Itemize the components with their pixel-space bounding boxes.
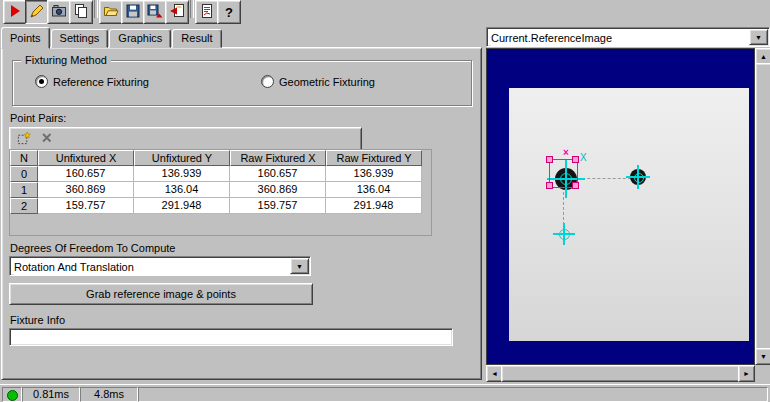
help-button[interactable]: ? (217, 0, 241, 24)
column-header[interactable]: Unfixtured Y (134, 150, 230, 166)
status-time-1: 0.81ms (22, 387, 80, 402)
horizontal-scroll-thumb[interactable] (501, 365, 742, 382)
table-cell[interactable]: 360.869 (38, 182, 134, 198)
open-button[interactable] (99, 0, 123, 24)
column-header[interactable]: Unfixtured X (38, 150, 134, 166)
delete-point-pair-button[interactable] (37, 130, 57, 148)
floppy-arrow-icon (147, 3, 163, 21)
table-cell[interactable]: 159.757 (230, 198, 326, 214)
image-source-select[interactable]: Current.ReferenceImage ▼ (486, 27, 770, 47)
chevron-down-icon[interactable]: ▼ (290, 258, 309, 274)
run-button[interactable] (3, 0, 27, 24)
edit-button[interactable] (25, 0, 49, 24)
fixturing-method-label: Fixturing Method (21, 54, 111, 66)
report-button[interactable] (195, 0, 219, 24)
save-button[interactable] (121, 0, 145, 24)
dashed-guide-line (577, 178, 631, 179)
axis-x-label: X (580, 152, 587, 163)
table-cell[interactable]: 360.869 (230, 182, 326, 198)
tab-settings[interactable]: Settings (51, 29, 109, 48)
status-bar: 0.81ms 4.8ms (0, 384, 770, 402)
scrollbar-corner (755, 365, 770, 380)
table-header-row: N Unfixtured X Unfixtured Y Raw Fixtured… (10, 150, 431, 166)
table-row[interactable]: 0 160.657 136.939 160.657 136.939 (10, 166, 431, 182)
points-tab-page: Fixturing Method Reference Fixturing Geo… (1, 47, 482, 380)
fixture-info-input[interactable] (9, 328, 453, 346)
scroll-down-icon[interactable]: ▼ (755, 348, 770, 365)
import-button[interactable] (165, 0, 189, 24)
floppy-icon (125, 3, 141, 21)
save-image-button[interactable] (143, 0, 167, 24)
radio-button-icon[interactable] (35, 75, 48, 88)
table-cell[interactable]: 291.948 (134, 198, 230, 214)
radio-button-icon[interactable] (261, 75, 274, 88)
image-viewport[interactable]: × X (486, 48, 755, 365)
column-header[interactable]: Raw Fixtured Y (326, 150, 422, 166)
selection-handle[interactable] (546, 182, 553, 189)
grab-reference-button-label: Grab reference image & points (86, 288, 236, 300)
copy-icon (73, 3, 89, 21)
new-point-pair-button[interactable] (13, 130, 33, 148)
open-folder-icon (103, 3, 119, 21)
column-header[interactable]: N (10, 150, 38, 166)
fixture-info-label: Fixture Info (10, 314, 65, 326)
scroll-right-icon[interactable]: ► (738, 365, 755, 382)
chevron-down-icon[interactable]: ▼ (749, 29, 768, 45)
selection-handle[interactable] (572, 156, 579, 163)
image-source-value: Current.ReferenceImage (491, 30, 749, 46)
geometric-fixturing-option[interactable]: Geometric Fixturing (261, 75, 375, 88)
table-row[interactable]: 2 159.757 291.948 159.757 291.948 (10, 198, 431, 214)
tab-graphics[interactable]: Graphics (109, 29, 171, 48)
vertical-scroll-thumb[interactable] (755, 63, 770, 352)
toolbar-separator (190, 0, 194, 18)
status-green-led-icon (7, 390, 18, 401)
grab-reference-button[interactable]: Grab reference image & points (9, 283, 313, 305)
copy-button[interactable] (69, 0, 93, 24)
table-cell[interactable]: 136.939 (326, 166, 422, 182)
reference-fixturing-label: Reference Fixturing (53, 76, 149, 88)
status-spacer-panel (138, 387, 768, 402)
point-pairs-label: Point Pairs: (10, 112, 66, 124)
crosshair-ring (634, 173, 644, 183)
table-row[interactable]: 1 360.869 136.04 360.869 136.04 (10, 182, 431, 198)
tab-bar: Points Settings Graphics Result (1, 27, 223, 48)
application-window: ? Points Settings Graphics Result Fixtur… (0, 0, 770, 402)
report-page-icon (199, 3, 215, 21)
fixturing-method-group: Fixturing Method Reference Fixturing Geo… (12, 60, 472, 106)
status-time-2: 4.8ms (80, 387, 138, 402)
crosshair-ring (559, 229, 570, 240)
camera-icon (51, 3, 67, 21)
selection-handle[interactable] (546, 156, 553, 163)
main-toolbar: ? (0, 0, 770, 27)
toolbar-separator (94, 0, 98, 18)
run-icon (7, 3, 23, 21)
import-arrow-icon (169, 3, 185, 21)
table-cell[interactable]: 136.04 (326, 182, 422, 198)
degrees-of-freedom-value: Rotation And Translation (14, 259, 290, 275)
table-cell[interactable]: 159.757 (38, 198, 134, 214)
camera-button[interactable] (47, 0, 71, 24)
table-cell[interactable]: 136.04 (134, 182, 230, 198)
pencil-icon (29, 3, 45, 21)
new-item-icon (16, 131, 31, 148)
selection-mark: × (563, 147, 569, 158)
status-indicator-panel (2, 387, 22, 402)
vertical-scrollbar[interactable]: ▲ ▼ (755, 48, 770, 365)
row-header: 0 (10, 166, 38, 182)
tab-result[interactable]: Result (172, 29, 221, 48)
tab-points[interactable]: Points (1, 27, 50, 49)
table-cell[interactable]: 291.948 (326, 198, 422, 214)
horizontal-scrollbar[interactable]: ◄ ► (486, 365, 755, 380)
column-header[interactable]: Raw Fixtured X (230, 150, 326, 166)
table-cell[interactable]: 160.657 (230, 166, 326, 182)
reference-image[interactable]: × X (509, 88, 749, 341)
degrees-of-freedom-select[interactable]: Rotation And Translation ▼ (9, 256, 311, 276)
reference-fixturing-option[interactable]: Reference Fixturing (35, 75, 149, 88)
table-cell[interactable]: 160.657 (38, 166, 134, 182)
table-cell[interactable]: 136.939 (134, 166, 230, 182)
degrees-of-freedom-label: Degrees Of Freedom To Compute (10, 242, 175, 254)
row-header: 2 (10, 198, 38, 214)
selection-handle[interactable] (572, 182, 579, 189)
row-header: 1 (10, 182, 38, 198)
point-pairs-table[interactable]: N Unfixtured X Unfixtured Y Raw Fixtured… (9, 149, 432, 236)
